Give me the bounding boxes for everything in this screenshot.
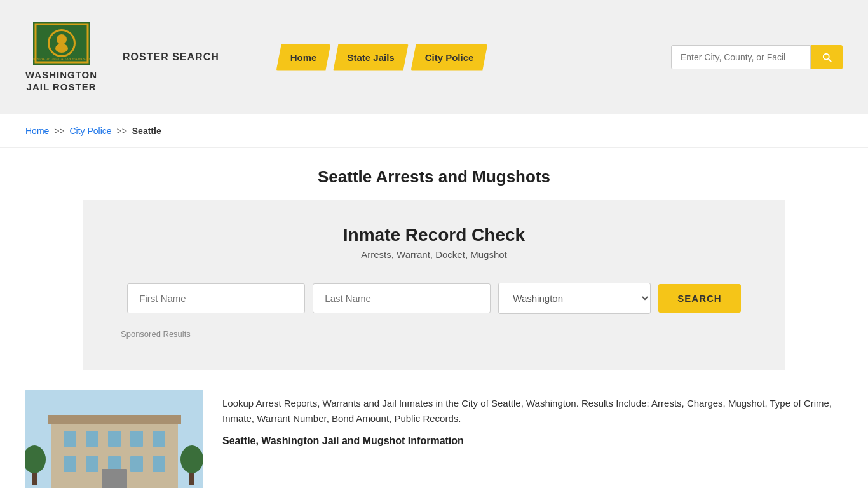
svg-point-4 <box>57 34 67 44</box>
svg-rect-11 <box>86 431 98 447</box>
svg-rect-13 <box>130 431 143 447</box>
roster-search-label: ROSTER SEARCH <box>123 51 219 63</box>
header-search-button[interactable] <box>811 45 843 69</box>
breadcrumb-sep1: >> <box>54 126 64 136</box>
page-title-section: Seattle Arrests and Mugshots <box>0 148 868 200</box>
search-icon <box>821 51 832 63</box>
breadcrumb: Home >> City Police >> Seattle <box>0 114 868 148</box>
nav-city-police[interactable]: City Police <box>411 44 488 71</box>
building-image <box>25 390 203 488</box>
svg-rect-14 <box>153 431 165 447</box>
logo-link[interactable]: THE SEAL OF THE STATE OF WASHINGTON WASH… <box>25 22 97 93</box>
svg-rect-15 <box>64 456 76 472</box>
description-area: Lookup Arrest Reports, Warrants and Jail… <box>222 390 843 447</box>
svg-point-24 <box>180 445 203 473</box>
search-button[interactable]: SEARCH <box>658 284 740 313</box>
description-text: Lookup Arrest Reports, Warrants and Jail… <box>222 396 843 426</box>
state-select[interactable]: AlabamaAlaskaArizonaArkansasCaliforniaCo… <box>498 283 651 314</box>
breadcrumb-current: Seattle <box>132 126 161 136</box>
svg-rect-9 <box>48 415 181 424</box>
svg-text:THE SEAL OF THE STATE OF WASHI: THE SEAL OF THE STATE OF WASHINGTON <box>33 57 90 60</box>
nav-home[interactable]: Home <box>276 44 331 71</box>
svg-rect-12 <box>108 431 121 447</box>
record-check-form: AlabamaAlaskaArizonaArkansasCaliforniaCo… <box>121 283 747 314</box>
sponsored-label: Sponsored Results <box>121 329 747 339</box>
flag-svg: THE SEAL OF THE STATE OF WASHINGTON <box>33 22 90 65</box>
building-svg <box>25 390 203 488</box>
page-title: Seattle Arrests and Mugshots <box>25 167 843 187</box>
header-search-area <box>671 45 843 69</box>
svg-point-5 <box>55 44 68 53</box>
inmate-record-check-box: Inmate Record Check Arrests, Warrant, Do… <box>83 200 785 370</box>
record-check-subtitle: Arrests, Warrant, Docket, Mugshot <box>121 249 747 260</box>
last-name-input[interactable] <box>313 283 491 313</box>
header-search-input[interactable] <box>671 45 811 69</box>
bottom-section: Lookup Arrest Reports, Warrants and Jail… <box>0 390 868 488</box>
svg-rect-16 <box>86 456 98 472</box>
svg-rect-19 <box>153 456 165 472</box>
record-check-title: Inmate Record Check <box>121 225 747 245</box>
header: THE SEAL OF THE STATE OF WASHINGTON WASH… <box>0 0 868 114</box>
svg-rect-10 <box>64 431 76 447</box>
svg-rect-18 <box>130 456 143 472</box>
breadcrumb-home[interactable]: Home <box>25 126 49 136</box>
breadcrumb-sep2: >> <box>117 126 127 136</box>
breadcrumb-city-police[interactable]: City Police <box>70 126 112 136</box>
first-name-input[interactable] <box>127 283 305 313</box>
svg-rect-20 <box>102 469 127 488</box>
description-heading: Seattle, Washington Jail and Mugshot Inf… <box>222 435 843 447</box>
nav-state-jails[interactable]: State Jails <box>333 44 408 71</box>
nav-buttons: Home State Jails City Police <box>276 44 488 71</box>
logo-title: WASHINGTON JAIL ROSTER <box>25 69 97 93</box>
logo-flag: THE SEAL OF THE STATE OF WASHINGTON <box>33 22 90 65</box>
